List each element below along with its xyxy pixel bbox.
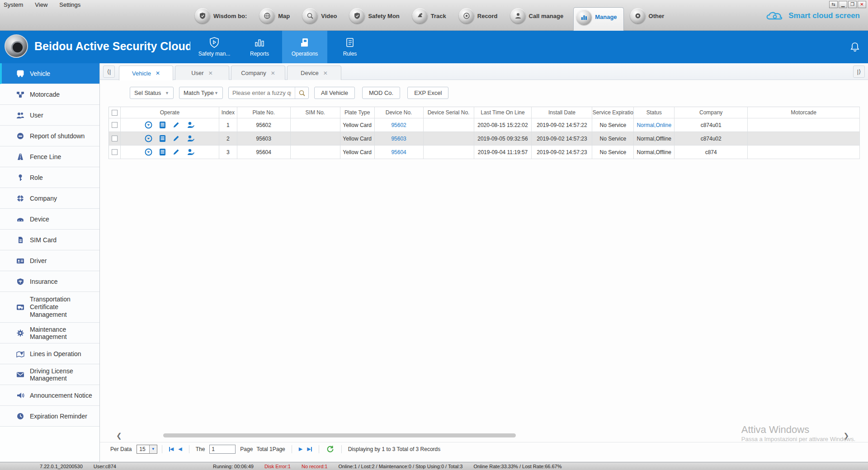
assign-driver-icon[interactable] bbox=[187, 148, 194, 156]
toolbar-item-video[interactable]: Video bbox=[300, 6, 343, 25]
menu-system[interactable]: System bbox=[4, 1, 23, 8]
expand-icon[interactable] bbox=[145, 135, 152, 142]
edit-icon[interactable] bbox=[173, 148, 180, 156]
sidebar-item-transportation-certificate[interactable]: Transportation Certificate Management bbox=[0, 292, 99, 323]
sidebar-item-maintenance-management[interactable]: Maintenance Management bbox=[0, 323, 99, 343]
cell-device-no-link[interactable]: 95603 bbox=[375, 132, 424, 145]
sidebar-item-device[interactable]: Device bbox=[0, 209, 99, 230]
sidebar-item-lines-in-operation[interactable]: Lines in Operation bbox=[0, 343, 99, 364]
table-row[interactable]: 2 95603 Yellow Card 95603 2019-09-05 09:… bbox=[109, 132, 860, 146]
search-input[interactable] bbox=[229, 87, 295, 99]
gear-icon bbox=[16, 329, 24, 337]
nav-tab-label: Reports bbox=[250, 51, 269, 57]
minimize-button[interactable]: ▁ bbox=[839, 1, 847, 8]
nav-tab-label: Operations bbox=[292, 51, 318, 57]
sidebar-item-fence-line[interactable]: Fence Line bbox=[0, 146, 99, 167]
edit-icon[interactable] bbox=[173, 121, 180, 129]
envelope-icon bbox=[16, 371, 24, 378]
user-text: User:c874 bbox=[88, 464, 122, 469]
document-icon[interactable] bbox=[159, 121, 166, 129]
toolbar-item-call-manage[interactable]: Call manage bbox=[508, 6, 570, 25]
toolbar-item-record[interactable]: Record bbox=[456, 6, 504, 25]
chevron-down-icon: ▼ bbox=[165, 91, 169, 95]
expand-icon[interactable] bbox=[145, 148, 152, 156]
sidebar-item-role[interactable]: Role bbox=[0, 167, 99, 188]
sidebar-item-label: Vehicle bbox=[30, 70, 50, 77]
edit-icon[interactable] bbox=[173, 135, 180, 142]
tabs-scroll-right-icon[interactable]: |⟩ bbox=[853, 66, 865, 78]
toolbar-item-map[interactable]: Map bbox=[257, 6, 296, 25]
close-tab-icon[interactable]: ✕ bbox=[156, 70, 160, 76]
restore-button[interactable]: ❐ bbox=[848, 1, 857, 8]
exp-excel-button[interactable]: EXP Excel bbox=[407, 87, 448, 99]
document-icon[interactable] bbox=[159, 135, 166, 142]
sidebar-item-driver[interactable]: Driver bbox=[0, 250, 99, 271]
next-page-button[interactable]: ▶ bbox=[299, 446, 302, 452]
cell-device-no-link[interactable]: 95602 bbox=[375, 118, 424, 132]
sel-status-dropdown[interactable]: Sel Status▼ bbox=[130, 87, 174, 99]
sidebar-item-sim-card[interactable]: SIM Card bbox=[0, 230, 99, 250]
expand-icon[interactable] bbox=[145, 121, 152, 129]
sidebar-item-company[interactable]: Company bbox=[0, 188, 99, 209]
search-button[interactable] bbox=[295, 87, 308, 99]
mod-co-button[interactable]: MOD Co. bbox=[362, 87, 400, 99]
page-number-input[interactable]: 1 bbox=[209, 445, 236, 454]
nav-tab-operations[interactable]: Operations bbox=[282, 31, 327, 63]
tab-device[interactable]: Device ✕ bbox=[287, 66, 341, 80]
first-page-button[interactable]: ◀ bbox=[169, 446, 174, 452]
sidebar-item-announcement-notice[interactable]: Announcement Notice bbox=[0, 385, 99, 406]
toolbar-item-manage[interactable]: Manage bbox=[573, 7, 623, 31]
toolbar-item-other[interactable]: Other bbox=[627, 6, 671, 25]
last-page-button[interactable]: ▶ bbox=[307, 446, 311, 452]
scrollbar-thumb[interactable] bbox=[163, 433, 516, 437]
prev-page-button[interactable]: ◀ bbox=[178, 446, 182, 452]
document-icon[interactable] bbox=[159, 148, 166, 156]
close-tab-icon[interactable]: ✕ bbox=[271, 70, 275, 76]
sidebar-item-motorcade[interactable]: Motorcade bbox=[0, 84, 99, 105]
sidebar-item-label: Driving License Management bbox=[30, 367, 99, 382]
sidebar-item-insurance[interactable]: Insurance bbox=[0, 271, 99, 292]
close-tab-icon[interactable]: ✕ bbox=[208, 70, 213, 76]
table-row[interactable]: 1 95602 Yellow Card 95602 2020-08-15 15:… bbox=[109, 118, 860, 132]
menu-settings[interactable]: Settings bbox=[59, 1, 80, 8]
refresh-icon[interactable] bbox=[326, 445, 334, 453]
sidebar-item-driving-license-management[interactable]: Driving License Management bbox=[0, 364, 99, 385]
app-header: Beidou Active Security Cloud Pla Safety … bbox=[0, 31, 868, 63]
table-row[interactable]: 3 95604 Yellow Card 95604 2019-09-04 11:… bbox=[109, 146, 860, 159]
tab-company[interactable]: Company ✕ bbox=[231, 66, 285, 80]
scroll-left-icon[interactable]: ❮ bbox=[116, 432, 122, 440]
shield-play-icon bbox=[209, 37, 219, 48]
toolbar-item-wisdom-box[interactable]: Wisdom bo: bbox=[192, 6, 253, 25]
toolbar-item-track[interactable]: Track bbox=[410, 6, 453, 25]
row-checkbox[interactable] bbox=[112, 149, 118, 155]
nav-tab-rules[interactable]: Rules bbox=[327, 31, 373, 63]
sidebar-item-user[interactable]: User bbox=[0, 105, 99, 126]
main-nav: Safety man... Reports Operations Rules bbox=[192, 31, 373, 63]
menu-view[interactable]: View bbox=[35, 1, 47, 8]
all-vehicle-button[interactable]: All Vehicle bbox=[314, 87, 355, 99]
nav-tab-safety-management[interactable]: Safety man... bbox=[192, 31, 237, 63]
per-data-select[interactable]: 15 ▼ bbox=[137, 445, 157, 454]
row-checkbox[interactable] bbox=[112, 122, 118, 128]
assign-driver-icon[interactable] bbox=[187, 135, 194, 142]
cell-device-no-link[interactable]: 95604 bbox=[375, 146, 424, 159]
switch-window-button[interactable]: ⇆ bbox=[829, 1, 838, 8]
row-checkbox[interactable] bbox=[112, 136, 118, 141]
nav-tab-reports[interactable]: Reports bbox=[237, 31, 282, 63]
toolbar-item-safety-mon[interactable]: Safety Mon bbox=[347, 6, 406, 25]
tab-vehicle[interactable]: Vehicle ✕ bbox=[119, 66, 173, 80]
sidebar-item-label: Lines in Operation bbox=[30, 350, 81, 357]
notification-bell-icon[interactable] bbox=[850, 42, 860, 52]
sidebar-item-report-of-shutdown[interactable]: Report of shutdown bbox=[0, 126, 99, 146]
match-type-dropdown[interactable]: Match Type▼ bbox=[179, 87, 223, 99]
select-all-checkbox[interactable] bbox=[112, 110, 118, 116]
close-tab-icon[interactable]: ✕ bbox=[323, 70, 328, 76]
tabs-scroll-left-icon[interactable]: ⟨| bbox=[103, 66, 115, 78]
sidebar-item-label: Transportation Certificate Management bbox=[30, 296, 97, 319]
assign-driver-icon[interactable] bbox=[187, 121, 194, 129]
sidebar-item-vehicle[interactable]: Vehicle bbox=[0, 63, 99, 84]
close-button[interactable]: ✕ bbox=[858, 1, 866, 8]
tab-user[interactable]: User ✕ bbox=[175, 66, 229, 80]
toolbar-label: Other bbox=[649, 13, 665, 19]
sidebar-item-expiration-reminder[interactable]: Expiration Reminder bbox=[0, 406, 99, 427]
